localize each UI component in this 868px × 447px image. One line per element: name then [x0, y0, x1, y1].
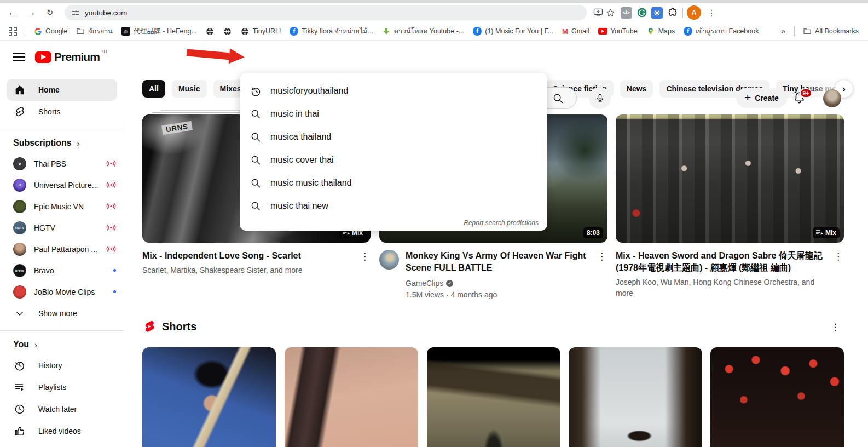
- short-thumbnail[interactable]: [569, 347, 702, 447]
- forward-icon[interactable]: →: [23, 4, 39, 21]
- bookmark-globe-1[interactable]: [202, 25, 218, 37]
- video-subtitle[interactable]: Joseph Koo, Wu Man, Hong Kong Chinese Or…: [616, 277, 824, 299]
- snowflake-extension-icon[interactable]: [651, 7, 663, 19]
- report-predictions-link[interactable]: Report search predictions: [464, 219, 539, 227]
- google-icon: [33, 27, 42, 36]
- sidebar-channel-bravo[interactable]: bravo Bravo: [0, 260, 124, 281]
- shorts-section-header: Shorts: [142, 319, 196, 334]
- video-thumbnail[interactable]: Mix: [616, 114, 844, 243]
- bookmark-download-youtube[interactable]: ดาวน์โหลด Youtube -...: [378, 24, 468, 38]
- suggestion-item[interactable]: music music thailand: [240, 171, 547, 194]
- logo-word: Premium: [54, 50, 100, 64]
- bookmarks-bar: Google จักรยาน ◎ 代理品牌 - HeFeng...: [0, 22, 868, 41]
- mix-badge: Mix: [813, 227, 840, 238]
- browser-profile-avatar[interactable]: A: [687, 5, 701, 20]
- sidebar-channel-universal[interactable]: U Universal Picture...: [0, 174, 124, 196]
- channel-avatar[interactable]: [379, 250, 399, 270]
- browser-menu-icon[interactable]: ⋮: [705, 8, 718, 18]
- code-extension-icon[interactable]: </>: [621, 7, 632, 19]
- thumbs-up-icon: [13, 425, 26, 437]
- reload-icon[interactable]: ↻: [42, 4, 58, 21]
- short-thumbnail[interactable]: [142, 347, 276, 447]
- extensions-puzzle-icon[interactable]: [667, 8, 679, 17]
- sidebar-item-playlists[interactable]: Playlists: [7, 376, 117, 398]
- video-meta: 1.5M views · 4 months ago: [406, 289, 586, 300]
- video-subtitle[interactable]: Scarlet, Martika, Shakespears Sister, an…: [142, 265, 303, 276]
- bookmark-facebook-login[interactable]: f เข้าสู่ระบบ Facebook: [680, 24, 762, 38]
- overflow-chevron-icon[interactable]: »: [777, 27, 790, 36]
- short-thumbnail[interactable]: [710, 347, 844, 447]
- sidebar-divider-2: [0, 330, 124, 331]
- url-bar[interactable]: youtube.com: [65, 5, 587, 20]
- bookmark-star-icon[interactable]: [604, 8, 616, 17]
- shorts-menu-icon[interactable]: ⋮: [831, 322, 840, 333]
- bookmark-folder[interactable]: จักรยาน: [72, 24, 117, 38]
- bookmark-globe-2[interactable]: [219, 25, 236, 37]
- suggestion-item[interactable]: music in thai: [240, 102, 547, 125]
- sidebar-channel-joblo[interactable]: JoBlo Movie Clips: [0, 281, 124, 302]
- video-menu-icon[interactable]: ⋮: [597, 251, 606, 262]
- suggestion-item[interactable]: musicforyouthailand: [240, 79, 547, 102]
- grammarly-icon[interactable]: [636, 7, 647, 19]
- live-badge-icon: [106, 203, 116, 210]
- chip-music[interactable]: Music: [172, 80, 207, 98]
- sidebar-item-home[interactable]: Home: [7, 79, 117, 101]
- history-icon: [250, 85, 262, 97]
- bookmark-music-for-you[interactable]: f (1) Music For You | F...: [469, 25, 557, 37]
- voice-search-button[interactable]: [589, 87, 611, 109]
- you-header[interactable]: You ›: [0, 337, 124, 354]
- short-thumbnail[interactable]: [427, 347, 560, 447]
- sidebar-item-shorts[interactable]: Shorts: [7, 101, 117, 123]
- sidebar-item-watch-later[interactable]: Watch later: [7, 398, 117, 420]
- guide-menu-icon[interactable]: [13, 51, 25, 62]
- bookmark-maps[interactable]: Maps: [643, 25, 679, 37]
- video-title[interactable]: Monkey King Vs Army Of Heaven War Fight …: [406, 250, 586, 274]
- video-channel[interactable]: GameClips ✓: [406, 278, 586, 289]
- bookmark-youtube[interactable]: YouTube: [594, 26, 641, 37]
- short-thumbnail[interactable]: [285, 347, 418, 447]
- video-card[interactable]: Mix Mix - Heaven Sword and Dragon Sabre …: [616, 114, 844, 299]
- bookmark-hefeng[interactable]: ◎ 代理品牌 - HeFeng...: [118, 25, 201, 38]
- suggestion-item[interactable]: musica thailand: [240, 125, 547, 148]
- create-button[interactable]: + Create: [736, 88, 787, 108]
- site-info-icon[interactable]: [71, 8, 80, 17]
- clock-icon: [13, 403, 26, 415]
- youtube-premium-logo[interactable]: Premium TH: [35, 50, 107, 64]
- home-icon: [13, 84, 26, 96]
- video-title[interactable]: Mix - Heaven Sword and Dragon Sabre 倚天屠龍…: [616, 250, 824, 274]
- chip-all[interactable]: All: [142, 80, 165, 98]
- video-menu-icon[interactable]: ⋮: [360, 251, 369, 262]
- sidebar-channel-thai-pbs[interactable]: ✿ Thai PBS: [0, 153, 124, 174]
- video-title[interactable]: Mix - Independent Love Song - Scarlet: [142, 250, 303, 262]
- all-bookmarks[interactable]: All Bookmarks: [799, 25, 863, 37]
- bookmark-gmail[interactable]: M Gmail: [558, 26, 593, 37]
- suggestion-item[interactable]: music cover thai: [240, 148, 547, 171]
- chip-news[interactable]: News: [620, 80, 653, 98]
- apps-grid-icon[interactable]: [9, 27, 17, 36]
- install-icon[interactable]: [592, 8, 604, 17]
- bookmark-tikky-flora[interactable]: f Tikky flora จำหน่ายไม้...: [286, 24, 377, 38]
- sidebar-channel-epic-music[interactable]: Epic Music VN: [0, 196, 124, 217]
- suggestion-item[interactable]: music thai new: [240, 194, 547, 217]
- chevron-down-icon: [13, 308, 26, 318]
- sidebar-channel-hgtv[interactable]: HGTV HGTV: [0, 217, 124, 238]
- maps-icon: [646, 27, 655, 36]
- show-more-button[interactable]: Show more: [7, 302, 117, 324]
- sidebar-item-liked-videos[interactable]: Liked videos: [7, 420, 117, 442]
- facebook-icon: f: [290, 27, 298, 36]
- facebook-icon: f: [473, 27, 482, 36]
- channel-avatar: ✿: [13, 157, 26, 170]
- gmail-icon: M: [562, 27, 568, 36]
- bookmarks-separator-right: [794, 26, 795, 36]
- chevron-right-icon: ›: [77, 139, 80, 148]
- sidebar-item-history[interactable]: History: [7, 354, 117, 376]
- subscriptions-header[interactable]: Subscriptions ›: [0, 135, 124, 153]
- bookmark-tinyurl[interactable]: TinyURL!: [237, 25, 285, 37]
- video-menu-icon[interactable]: ⋮: [834, 251, 843, 262]
- back-icon[interactable]: ←: [4, 4, 21, 21]
- sidebar-channel-paul[interactable]: Paul Pattarapon ...: [0, 238, 124, 260]
- channel-avatar: [13, 200, 26, 213]
- bookmark-google[interactable]: Google: [30, 25, 71, 37]
- account-avatar[interactable]: [823, 89, 841, 107]
- notifications-button[interactable]: 9+: [792, 91, 808, 106]
